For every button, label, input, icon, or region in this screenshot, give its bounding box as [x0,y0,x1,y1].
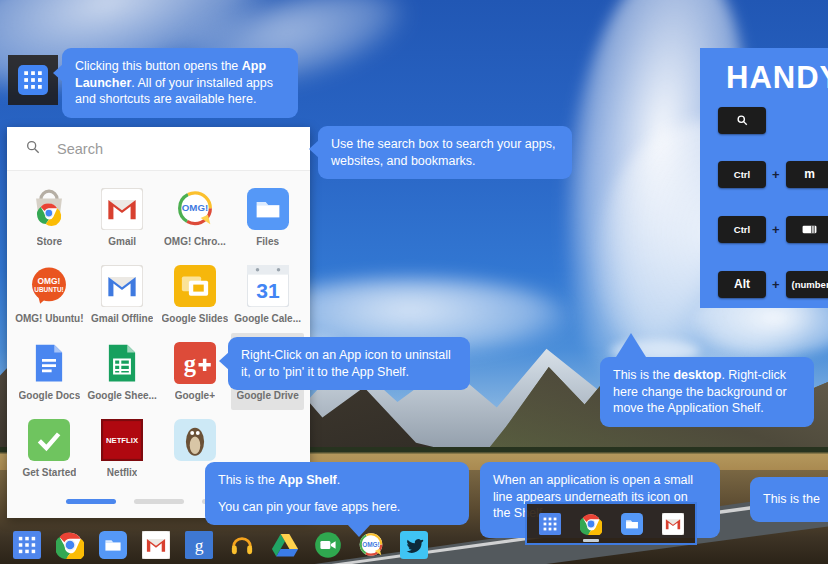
svg-text:g: g [184,349,197,376]
shelf-icon-hangouts[interactable] [314,531,342,559]
shelf-icon-launcher[interactable] [13,531,41,559]
app-label: Google Cale... [234,313,301,325]
app-label: OMG! Chro... [164,236,226,248]
calendar-icon: 31 [247,265,289,307]
app-tile-omg-chrome[interactable]: OMG! OMG! Chro... [159,179,232,256]
page-indicator-1[interactable] [66,499,116,504]
shortcut-row: Ctrl+ [718,215,828,243]
omg-chrome-icon: OMG! [174,188,216,230]
app-label: Netflix [107,467,138,479]
get-started-icon [28,419,70,461]
gmail-icon [101,188,143,230]
shelf-icon-files[interactable] [99,531,127,559]
key-Ctrl: Ctrl [718,161,766,188]
app-launcher-icon [18,65,48,95]
sheets-icon [101,342,143,384]
svg-text:g: g [195,535,204,555]
app-tile-gplus[interactable]: g Google+ [159,333,232,410]
callout-search: Use the search box to search your apps, … [318,126,572,179]
key-m: m [786,161,828,188]
svg-text:UBUNTU!: UBUNTU! [35,286,64,293]
svg-text:OMG!: OMG! [182,202,208,213]
svg-text:OMG!: OMG! [362,541,380,548]
hootsuite-icon [174,419,216,461]
app-label: Google Drive [237,390,299,402]
handy-shortcuts-panel: HANDY Ctrl+mCtrl+Alt+(number) [700,48,828,308]
gmail-offline-icon [101,265,143,307]
app-label: OMG! Ubuntu! [15,313,83,325]
shelf-icon-twitter[interactable] [400,531,428,559]
preview-icon-launcher [539,513,561,535]
callout-tail [309,140,319,158]
callout-tail [53,64,63,82]
app-label: Gmail Offline [91,313,153,325]
app-grid: Store Gmail OMG! OMG! Chro... Files OMG!… [7,171,310,487]
callout-app-shelf: This is the App Shelf. You can pin your … [205,462,469,525]
svg-text:31: 31 [256,279,280,302]
shelf-icon-play-music[interactable] [228,531,256,559]
preview-icon-files [621,513,643,535]
key-Alt: Alt [718,271,766,298]
preview-icon-chrome [580,513,602,535]
slides-icon [174,265,216,307]
preview-icon-gmail [662,513,684,535]
chromeos-desktop: HANDY Ctrl+mCtrl+Alt+(number) Search Sto… [0,0,828,564]
search-input[interactable]: Search [7,127,310,171]
shelf-preview-image [525,502,697,545]
app-launcher-button[interactable] [8,55,58,105]
callout-desktop: This is the desktop. Right-click here ch… [600,357,814,427]
window-switcher-key-icon [786,216,828,243]
app-tile-omg-ubuntu[interactable]: OMG!UBUNTU! OMG! Ubuntu! [13,256,86,333]
callout-tail [219,352,229,370]
app-label: Get Started [22,467,76,479]
callout-cut-off: This is the [750,477,828,522]
app-tile-slides[interactable]: Google Slides [159,256,232,333]
key-(number): (number) [786,271,828,298]
app-tile-gmail[interactable]: Gmail [86,179,159,256]
app-tile-files[interactable]: Files [231,179,304,256]
app-tile-docs[interactable]: Google Docs [13,333,86,410]
svg-text:OMG!: OMG! [38,275,61,285]
handy-title: HANDY [726,60,828,96]
shelf-icon-drive[interactable] [271,531,299,559]
search-key-icon [718,107,766,134]
app-label: Google+ [175,390,215,402]
omg-ubuntu-icon: OMG!UBUNTU! [28,265,70,307]
app-tile-gmail-offline[interactable]: Gmail Offline [86,256,159,333]
callout-app-launcher: Clicking this button opens the App Launc… [62,48,298,118]
app-tile-calendar[interactable]: 31 Google Cale... [231,256,304,333]
callout-tail [616,333,646,357]
shelf-icon-google-search[interactable]: g [185,531,213,559]
app-tile-get-started[interactable]: Get Started [13,410,86,487]
app-tile-netflix[interactable]: NETFLIX Netflix [86,410,159,487]
app-launcher-panel: Search Store Gmail OMG! OMG! Chro... Fil… [7,127,310,518]
netflix-icon: NETFLIX [101,419,143,461]
shelf-icon-chrome[interactable] [56,531,84,559]
app-label: Store [37,236,63,248]
callout-tail [347,524,371,537]
page-indicator-2[interactable] [134,499,184,504]
shortcut-row: Alt+(number) [718,270,828,298]
store-icon [28,188,70,230]
app-label: Google Slides [162,313,229,325]
plus-separator: + [772,277,780,292]
gplus-icon: g [174,342,216,384]
docs-icon [28,342,70,384]
shelf-icon-gmail[interactable] [142,531,170,559]
key-Ctrl: Ctrl [718,216,766,243]
app-tile-store[interactable]: Store [13,179,86,256]
svg-text:NETFLIX: NETFLIX [106,436,139,445]
app-label: Gmail [108,236,136,248]
app-label: Google Docs [19,390,81,402]
search-placeholder: Search [57,141,103,157]
plus-separator: + [772,167,780,182]
plus-separator: + [772,222,780,237]
app-label: Files [256,236,279,248]
search-icon [25,139,41,159]
shortcut-row: Ctrl+m [718,160,828,188]
files-icon [247,188,289,230]
shortcut-row [718,106,766,134]
app-tile-sheets[interactable]: Google Shee... [86,333,159,410]
app-label: Google Shee... [87,390,156,402]
callout-right-click: Right-Click on an App icon to uninstall … [228,337,470,390]
